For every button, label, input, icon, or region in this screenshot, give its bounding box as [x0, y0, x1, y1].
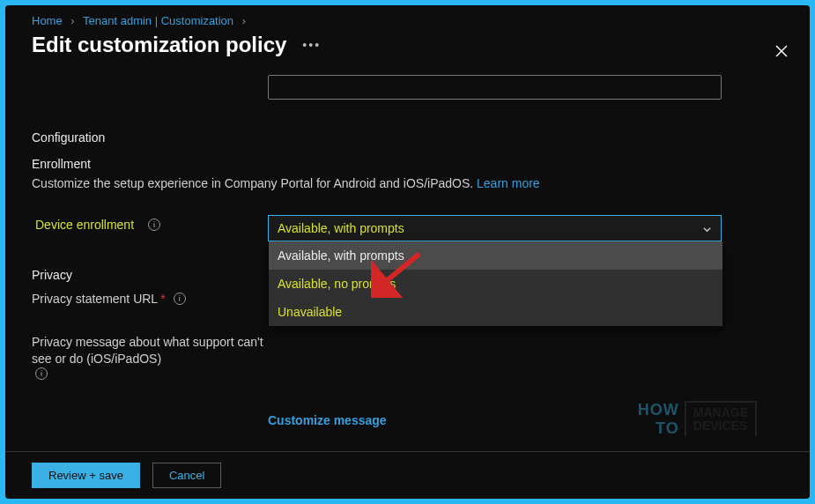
breadcrumb-home[interactable]: Home	[32, 14, 63, 27]
privacy-cant-see-label: Privacy message about what support can't…	[32, 334, 270, 367]
dropdown-option[interactable]: Available, no prompts	[269, 270, 722, 298]
breadcrumb: Home › Tenant admin | Customization ›	[5, 5, 810, 27]
more-icon[interactable]: •••	[302, 38, 321, 52]
info-icon[interactable]: i	[35, 367, 48, 380]
device-enrollment-dropdown: Available, with prompts Available, no pr…	[269, 241, 722, 326]
review-save-button[interactable]: Review + save	[32, 463, 140, 488]
previous-field-outline[interactable]	[268, 75, 722, 100]
chevron-down-icon	[702, 224, 712, 237]
breadcrumb-tenant[interactable]: Tenant admin | Customization	[83, 14, 233, 27]
privacy-url-label: Privacy statement URL	[32, 291, 158, 308]
info-icon[interactable]: i	[148, 219, 160, 231]
close-icon[interactable]	[775, 45, 788, 60]
page-title: Edit customization policy	[32, 33, 286, 57]
device-enrollment-label: Device enrollment	[32, 215, 137, 235]
enrollment-description: Customize the setup experience in Compan…	[32, 176, 783, 190]
dropdown-option[interactable]: Unavailable	[269, 298, 722, 326]
enrollment-desc-text: Customize the setup experience in Compan…	[32, 176, 473, 190]
required-asterisk: *	[160, 291, 165, 308]
learn-more-link[interactable]: Learn more	[477, 176, 540, 190]
customize-message-link[interactable]: Customize message	[268, 413, 722, 427]
enrollment-heading: Enrollment	[32, 157, 783, 171]
select-value: Available, with prompts	[278, 221, 404, 235]
cancel-button[interactable]: Cancel	[152, 463, 221, 488]
device-enrollment-select[interactable]: Available, with prompts Available, with …	[268, 215, 722, 241]
footer: Review + save Cancel	[5, 451, 810, 499]
chevron-right-icon: ›	[70, 14, 74, 27]
chevron-right-icon: ›	[242, 14, 246, 27]
info-icon[interactable]: i	[174, 293, 186, 305]
dropdown-option[interactable]: Available, with prompts	[269, 241, 722, 270]
configuration-heading: Configuration	[32, 130, 783, 145]
